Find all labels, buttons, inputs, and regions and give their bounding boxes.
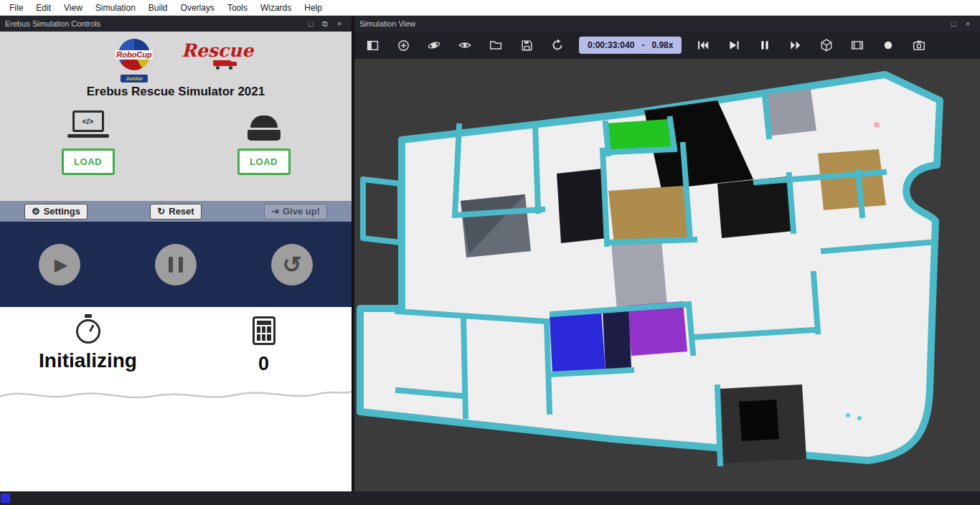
- give-up-label: Give up!: [283, 206, 320, 217]
- robocup-junior-logo: RoboCup Junior: [105, 39, 163, 83]
- simulation-time-display[interactable]: 0:00:33:040 - 0.98x: [579, 37, 682, 54]
- wave-divider: [0, 384, 352, 404]
- menu-file[interactable]: File: [3, 1, 29, 14]
- pause-button[interactable]: [155, 244, 197, 285]
- step-icon[interactable]: [725, 36, 743, 55]
- fire-truck-icon: [213, 60, 239, 70]
- robocup-wordmark: RoboCup: [116, 50, 153, 60]
- settings-label: Settings: [44, 206, 80, 217]
- menu-wizards[interactable]: Wizards: [254, 1, 298, 14]
- menu-help[interactable]: Help: [298, 1, 329, 14]
- simulation-time: 0:00:33:040: [588, 40, 634, 50]
- victim-marker: [874, 122, 880, 128]
- visibility-eye-icon[interactable]: [456, 36, 474, 55]
- simulation-controls-window: Erebus Simulation Controls □ ⧉ × RoboCup…: [0, 16, 352, 491]
- view-titlebar[interactable]: Simulation View □ ×: [354, 16, 980, 32]
- restart-button[interactable]: ↺: [271, 244, 313, 285]
- bottom-status-bar: [0, 491, 980, 505]
- controls-window-title: Erebus Simulation Controls: [5, 19, 303, 28]
- pause-icon: [169, 257, 173, 273]
- rendering-toggle-cube-icon[interactable]: [817, 36, 836, 55]
- gear-icon: ⚙: [32, 206, 40, 217]
- logo-row: RoboCup Junior Rescue: [0, 32, 352, 79]
- menu-edit[interactable]: Edit: [29, 1, 57, 14]
- simulation-3d-viewport[interactable]: [354, 59, 980, 491]
- float-button[interactable]: ⧉: [318, 19, 332, 29]
- status-section: Initializing 0: [0, 307, 352, 491]
- rescue-wordmark: Rescue: [182, 42, 246, 60]
- pause-icon[interactable]: [755, 36, 774, 55]
- score-value: 0: [258, 353, 269, 375]
- reload-world-icon[interactable]: [548, 36, 567, 55]
- menu-build[interactable]: Build: [142, 1, 174, 14]
- give-up-button[interactable]: ⇥ Give up!: [264, 204, 327, 220]
- load-controller-button[interactable]: LOAD: [62, 148, 115, 175]
- load-robot-button[interactable]: LOAD: [237, 148, 291, 175]
- fast-forward-icon[interactable]: [786, 36, 805, 55]
- time-speed-separator: -: [641, 40, 644, 50]
- reset-arrow-icon: ↻: [157, 206, 165, 217]
- play-button[interactable]: ▶: [39, 244, 80, 285]
- simulation-view-window: Simulation View □ ×: [354, 16, 980, 491]
- controls-header-section: RoboCup Junior Rescue Erebus Rescue Simu…: [0, 32, 352, 201]
- open-world-folder-icon[interactable]: [486, 36, 505, 55]
- menu-bar: File Edit View Simulation Build Overlays…: [0, 0, 980, 16]
- simulation-state-text: Initializing: [39, 349, 137, 372]
- minimize-button[interactable]: □: [303, 19, 318, 28]
- exit-icon: ⇥: [271, 206, 279, 217]
- view-window-title: Simulation View: [359, 19, 946, 28]
- movie-filmstrip-icon[interactable]: [848, 36, 867, 55]
- robocup-ball-icon: RoboCup: [118, 39, 150, 70]
- restore-viewpoint-icon[interactable]: [425, 36, 443, 55]
- menu-overlays[interactable]: Overlays: [174, 1, 221, 14]
- close-button[interactable]: ×: [332, 19, 347, 28]
- menu-simulation[interactable]: Simulation: [89, 1, 142, 14]
- robocup-junior-label: Junior: [121, 75, 148, 82]
- restart-icon: ↺: [283, 253, 302, 276]
- page-title: Erebus Rescue Simulator 2021: [0, 85, 352, 99]
- record-icon[interactable]: [879, 36, 897, 55]
- rescue-logo: Rescue: [182, 39, 246, 70]
- stopwatch-icon: [74, 314, 103, 346]
- play-icon: ▶: [52, 255, 67, 275]
- calculator-icon: [253, 316, 275, 345]
- controls-titlebar[interactable]: Erebus Simulation Controls □ ⧉ ×: [0, 16, 352, 32]
- reset-button[interactable]: ↻ Reset: [150, 204, 201, 220]
- simulation-toolbar: 0:00:33:040 - 0.98x: [354, 32, 980, 59]
- load-row: </> LOAD LOAD: [0, 110, 352, 175]
- screenshot-camera-icon[interactable]: [910, 36, 928, 55]
- toggle-scene-tree-icon[interactable]: [363, 36, 382, 55]
- console-blue-chip: [1, 494, 10, 503]
- playback-bar: ▶ ↺: [0, 222, 352, 307]
- save-world-icon[interactable]: [517, 36, 536, 55]
- rewind-icon[interactable]: [694, 36, 712, 55]
- add-node-icon[interactable]: [394, 36, 413, 55]
- robot-icon: [243, 110, 285, 141]
- settings-button[interactable]: ⚙ Settings: [24, 204, 88, 220]
- code-glyph: </>: [83, 117, 94, 126]
- action-bar: ⚙ Settings ↻ Reset ⇥ Give up!: [0, 201, 352, 222]
- controller-laptop-icon: </>: [67, 110, 109, 141]
- maximize-button[interactable]: □: [946, 19, 961, 28]
- reset-label: Reset: [169, 206, 194, 217]
- simulation-speed: 0.98x: [651, 40, 673, 50]
- close-button[interactable]: ×: [961, 19, 975, 28]
- menu-tools[interactable]: Tools: [221, 1, 254, 14]
- menu-view[interactable]: View: [57, 1, 89, 14]
- webots-app: File Edit View Simulation Build Overlays…: [0, 0, 980, 505]
